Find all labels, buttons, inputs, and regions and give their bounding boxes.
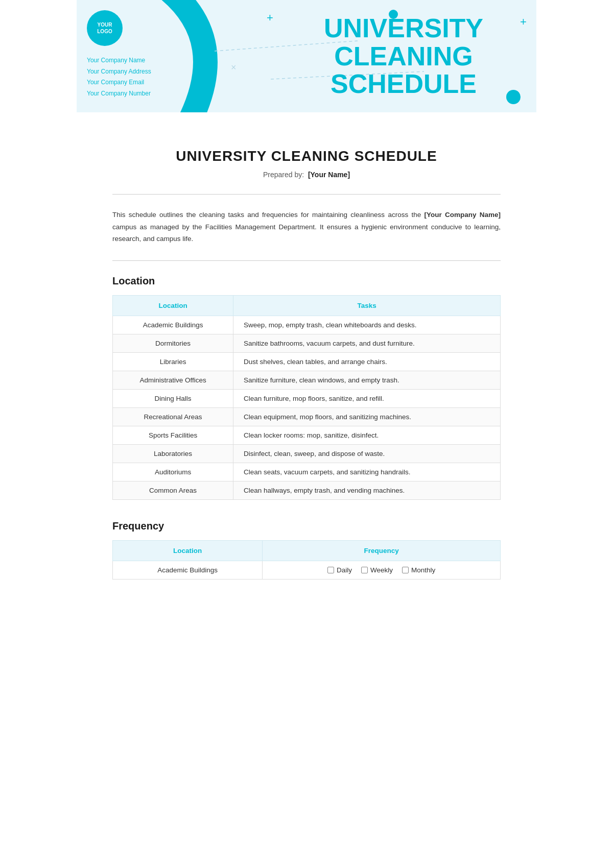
company-info: Your Company Name Your Company Address Y… bbox=[87, 55, 179, 99]
prepared-by-value: [Your Name] bbox=[308, 171, 350, 179]
table-row: Recreational Areas Clean equipment, mop … bbox=[113, 407, 501, 426]
location-table-body: Academic Buildings Sweep, mop, empty tra… bbox=[113, 316, 501, 499]
company-logo: YOUR LOGO bbox=[87, 10, 123, 46]
cell-location: Dormitories bbox=[113, 334, 233, 352]
intro-text-1: This schedule outlines the cleaning task… bbox=[112, 211, 421, 219]
cell-tasks: Clean seats, vacuum carpets, and sanitiz… bbox=[233, 463, 501, 481]
intro-paragraph: This schedule outlines the cleaning task… bbox=[112, 209, 501, 245]
cell-location: Recreational Areas bbox=[113, 407, 233, 426]
divider-1 bbox=[112, 194, 501, 195]
cell-location: Academic Buildings bbox=[113, 316, 233, 334]
intro-text-2: campus as managed by the Facilities Mana… bbox=[112, 223, 501, 243]
location-table-header-row: Location Tasks bbox=[113, 295, 501, 316]
table-row: Common Areas Clean hallways, empty trash… bbox=[113, 481, 501, 499]
header-title-block: UNIVERSITY CLEANING SCHEDULE bbox=[281, 0, 526, 112]
cell-tasks: Sweep, mop, empty trash, clean whiteboar… bbox=[233, 316, 501, 334]
freq-option: Weekly bbox=[361, 566, 393, 574]
freq-col-frequency: Frequency bbox=[263, 540, 501, 561]
freq-option: Monthly bbox=[402, 566, 435, 574]
cell-tasks: Sanitize bathrooms, vacuum carpets, and … bbox=[233, 334, 501, 352]
cell-tasks: Clean hallways, empty trash, and vending… bbox=[233, 481, 501, 499]
freq-label: Monthly bbox=[411, 566, 435, 574]
col-tasks: Tasks bbox=[233, 295, 501, 316]
frequency-section-title: Frequency bbox=[112, 520, 501, 532]
cell-location: Administrative Offices bbox=[113, 371, 233, 389]
table-row: Auditoriums Clean seats, vacuum carpets,… bbox=[113, 463, 501, 481]
location-table: Location Tasks Academic Buildings Sweep,… bbox=[112, 295, 501, 500]
table-row: Libraries Dust shelves, clean tables, an… bbox=[113, 352, 501, 371]
col-location: Location bbox=[113, 295, 233, 316]
freq-label: Daily bbox=[337, 566, 352, 574]
frequency-table: Location Frequency Academic Buildings Da… bbox=[112, 540, 501, 580]
cell-tasks: Sanitize furniture, clean windows, and e… bbox=[233, 371, 501, 389]
cell-location: Libraries bbox=[113, 352, 233, 371]
company-email: Your Company Email bbox=[87, 77, 179, 88]
svg-point-3 bbox=[188, 91, 200, 103]
cell-tasks: Clean equipment, mop floors, and sanitiz… bbox=[233, 407, 501, 426]
location-section-title: Location bbox=[112, 275, 501, 287]
page-body: UNIVERSITY CLEANING SCHEDULE Prepared by… bbox=[77, 112, 536, 631]
frequency-header-row: Location Frequency bbox=[113, 540, 501, 561]
cell-tasks: Clean locker rooms: mop, sanitize, disin… bbox=[233, 426, 501, 444]
logo-text2: LOGO bbox=[97, 28, 112, 35]
cell-tasks: Disinfect, clean, sweep, and dispose of … bbox=[233, 444, 501, 463]
checkbox-icon[interactable] bbox=[327, 567, 334, 573]
header-title: UNIVERSITY CLEANING SCHEDULE bbox=[324, 14, 483, 98]
company-name: Your Company Name bbox=[87, 55, 179, 66]
svg-text:+: + bbox=[267, 11, 273, 24]
frequency-table-body: Academic Buildings Daily Weekly Monthly bbox=[113, 561, 501, 579]
cell-location: Auditoriums bbox=[113, 463, 233, 481]
company-number: Your Company Number bbox=[87, 88, 179, 100]
svg-text:×: × bbox=[231, 62, 237, 73]
cell-location: Laboratories bbox=[113, 444, 233, 463]
table-row: Dining Halls Clean furniture, mop floors… bbox=[113, 389, 501, 407]
divider-2 bbox=[112, 260, 501, 261]
cell-location: Academic Buildings bbox=[113, 561, 263, 579]
cell-tasks: Dust shelves, clean tables, and arrange … bbox=[233, 352, 501, 371]
header-left: YOUR LOGO Your Company Name Your Company… bbox=[77, 0, 189, 112]
cell-location: Sports Facilities bbox=[113, 426, 233, 444]
frequency-table-head: Location Frequency bbox=[113, 540, 501, 561]
table-row: Laboratories Disinfect, clean, sweep, an… bbox=[113, 444, 501, 463]
logo-text: YOUR bbox=[98, 21, 112, 28]
cell-location: Common Areas bbox=[113, 481, 233, 499]
freq-option: Daily bbox=[327, 566, 352, 574]
location-table-head: Location Tasks bbox=[113, 295, 501, 316]
checkbox-icon[interactable] bbox=[402, 567, 409, 573]
prepared-by: Prepared by: [Your Name] bbox=[112, 171, 501, 179]
checkbox-icon[interactable] bbox=[361, 567, 368, 573]
intro-company: [Your Company Name] bbox=[424, 211, 501, 219]
cell-frequency: Daily Weekly Monthly bbox=[263, 561, 501, 579]
document-title: UNIVERSITY CLEANING SCHEDULE bbox=[112, 148, 501, 164]
page-header: + + × YOUR LOGO Your Company Name Your C… bbox=[77, 0, 536, 112]
table-row: Sports Facilities Clean locker rooms: mo… bbox=[113, 426, 501, 444]
cell-location: Dining Halls bbox=[113, 389, 233, 407]
table-row: Academic Buildings Sweep, mop, empty tra… bbox=[113, 316, 501, 334]
table-row: Dormitories Sanitize bathrooms, vacuum c… bbox=[113, 334, 501, 352]
freq-label: Weekly bbox=[370, 566, 393, 574]
freq-col-location: Location bbox=[113, 540, 263, 561]
cell-tasks: Clean furniture, mop floors, sanitize, a… bbox=[233, 389, 501, 407]
table-row: Academic Buildings Daily Weekly Monthly bbox=[113, 561, 501, 579]
company-address: Your Company Address bbox=[87, 66, 179, 78]
table-row: Administrative Offices Sanitize furnitur… bbox=[113, 371, 501, 389]
prepared-by-label: Prepared by: bbox=[263, 171, 304, 179]
